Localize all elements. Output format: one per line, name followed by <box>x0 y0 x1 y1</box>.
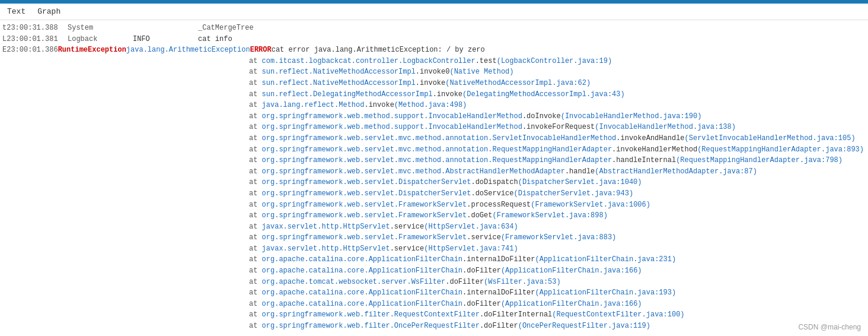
at-prefix: at <box>249 267 262 275</box>
method-name: .doService <box>471 189 513 198</box>
class-name: org.apache.catalina.core.ApplicationFilt… <box>262 300 462 308</box>
method-name: .handle <box>565 167 595 176</box>
file-ref: (Method.java:498) <box>394 101 467 109</box>
method-name: .handleInternal <box>612 156 676 164</box>
stack-line: at sun.reflect.NativeMethodAccessorImpl.… <box>249 78 868 89</box>
at-prefix: at <box>249 233 262 242</box>
at-prefix: at <box>249 178 262 186</box>
class-name: org.springframework.web.servlet.Framewor… <box>262 211 467 220</box>
at-prefix: at <box>249 255 262 264</box>
stack-line: at org.springframework.web.filter.Reques… <box>249 309 868 321</box>
log-container: t23:00:31.388 System _CatMergeTree L23:0… <box>0 20 868 334</box>
stack-line: at com.itcast.logbackcat.controller.Logb… <box>249 56 868 67</box>
method-name: .service <box>390 245 425 253</box>
stack-line: at org.springframework.web.method.suppor… <box>249 122 868 133</box>
stack-line: at org.springframework.web.servlet.Frame… <box>249 210 868 221</box>
at-prefix: at <box>249 201 262 209</box>
file-ref: (NativeMethodAccessorImpl.java:62) <box>445 79 591 87</box>
class-name: org.apache.tomcat.websocket.server.WsFil… <box>262 278 446 286</box>
stack-line: at sun.reflect.DelegatingMethodAccessorI… <box>249 89 868 100</box>
method-name: .doFilter <box>480 322 518 330</box>
class-name: sun.reflect.NativeMethodAccessorImpl <box>262 68 416 76</box>
file-ref: (ApplicationFilterChain.java:166) <box>501 267 642 275</box>
method-name: .invoke0 <box>416 68 450 76</box>
file-ref: (Native Method) <box>449 68 513 76</box>
at-prefix: at <box>249 79 262 87</box>
method-name: .doFilter <box>462 267 501 275</box>
stack-line: at org.apache.catalina.core.ApplicationF… <box>249 265 868 277</box>
timestamp-2: L23:00:01.381 <box>2 34 68 45</box>
at-prefix: at <box>249 223 262 231</box>
file-ref: (RequestContextFilter.java:100) <box>552 310 684 319</box>
class-name: java.lang.reflect.Method <box>262 101 365 109</box>
file-ref: (RequestMappingHandlerAdapter.java:893) <box>697 145 864 154</box>
method-name: .doDispatch <box>471 178 518 186</box>
method-name: .invoke <box>364 101 394 109</box>
file-ref: (ApplicationFilterChain.java:166) <box>501 300 642 308</box>
at-prefix: at <box>249 322 262 330</box>
method-name: .doFilter <box>462 300 501 308</box>
stack-line: at org.apache.catalina.core.ApplicationF… <box>249 299 868 310</box>
file-ref: (ApplicationFilterChain.java:193) <box>535 289 676 297</box>
log-row-error: E23:00:01.386RuntimeExceptionjava.lang.A… <box>0 45 868 56</box>
class-name: org.springframework.web.servlet.mvc.meth… <box>262 145 612 154</box>
class-name: org.apache.catalina.core.ApplicationFilt… <box>262 289 462 297</box>
at-prefix: at <box>249 112 262 121</box>
file-ref: (DispatcherServlet.java:943) <box>513 189 633 198</box>
stack-line: at org.springframework.web.servlet.Frame… <box>249 232 868 243</box>
at-prefix: at <box>249 189 262 198</box>
tab-text[interactable]: Text <box>5 6 28 17</box>
level-1 <box>133 23 198 34</box>
log-row-system: t23:00:31.388 System _CatMergeTree <box>0 23 868 34</box>
class-name: org.springframework.web.servlet.Framewor… <box>262 201 467 209</box>
class-name: org.springframework.web.method.support.I… <box>262 112 522 121</box>
file-ref: (FrameworkServlet.java:898) <box>492 211 607 220</box>
method-name: .invoke <box>433 90 462 99</box>
class-name: org.apache.catalina.core.ApplicationFilt… <box>262 267 462 275</box>
tab-graph[interactable]: Graph <box>35 6 63 17</box>
stack-line: at org.apache.tomcat.websocket.server.Ws… <box>249 277 868 288</box>
class-name: org.springframework.web.servlet.mvc.meth… <box>262 134 617 142</box>
stack-line: at sun.reflect.NativeMethodAccessorImpl.… <box>249 66 868 78</box>
file-ref: (HttpServlet.java:634) <box>424 223 518 231</box>
file-ref: (FrameworkServlet.java:883) <box>501 233 616 242</box>
at-prefix: at <box>249 101 262 109</box>
log-row-info: L23:00:01.381 Logback INFO cat info <box>0 34 868 45</box>
method-name: .invokeForRequest <box>522 123 595 131</box>
file-ref: (LogbackController.java:19) <box>497 57 612 65</box>
class-name: org.springframework.web.servlet.Dispatch… <box>262 189 471 198</box>
stack-line: at org.springframework.web.servlet.Dispa… <box>249 177 868 188</box>
error-timestamp: E23:00:01.386 <box>2 46 58 54</box>
stack-line: at javax.servlet.http.HttpServlet.servic… <box>249 243 868 255</box>
class-name: org.springframework.web.servlet.mvc.meth… <box>262 156 612 164</box>
class-name: javax.servlet.http.HttpServlet <box>262 245 390 253</box>
file-ref: (DispatcherServlet.java:1040) <box>518 178 642 186</box>
stack-trace-container: at com.itcast.logbackcat.controller.Logb… <box>0 56 868 332</box>
at-prefix: at <box>249 289 262 297</box>
class-name: sun.reflect.NativeMethodAccessorImpl <box>262 79 416 87</box>
class-name: org.springframework.web.servlet.Dispatch… <box>262 178 471 186</box>
at-prefix: at <box>249 90 262 99</box>
method-name: .internalDoFilter <box>462 255 535 264</box>
class-name: sun.reflect.DelegatingMethodAccessorImpl <box>262 90 433 99</box>
at-prefix: at <box>249 123 262 131</box>
stack-line: at org.springframework.web.method.suppor… <box>249 111 868 122</box>
stack-line: at org.springframework.web.servlet.Frame… <box>249 199 868 211</box>
stack-line: at org.apache.catalina.core.ApplicationF… <box>249 287 868 299</box>
method-name: .invokeHandlerMethod <box>612 145 697 154</box>
at-prefix: at <box>249 278 262 286</box>
method-name: .processRequest <box>467 201 531 209</box>
file-ref: (RequestMappingHandlerAdapter.java:798) <box>676 156 843 164</box>
file-ref: (DelegatingMethodAccessorImpl.java:43) <box>462 90 625 99</box>
stack-line: at org.springframework.web.servlet.mvc.m… <box>249 155 868 166</box>
class-name: org.springframework.web.filter.OncePerRe… <box>262 322 480 330</box>
class-name: javax.servlet.http.HttpServlet <box>262 223 390 231</box>
class-name: org.apache.catalina.core.ApplicationFilt… <box>262 255 462 264</box>
method-name: .invoke <box>416 79 445 87</box>
at-prefix: at <box>249 211 262 220</box>
file-ref: (HttpServlet.java:741) <box>424 245 518 253</box>
file-ref: (OncePerRequestFilter.java:119) <box>518 322 650 330</box>
message-1: _CatMergeTree <box>198 23 866 34</box>
method-name: .service <box>467 233 501 242</box>
stack-line: at org.springframework.web.servlet.mvc.m… <box>249 144 868 156</box>
